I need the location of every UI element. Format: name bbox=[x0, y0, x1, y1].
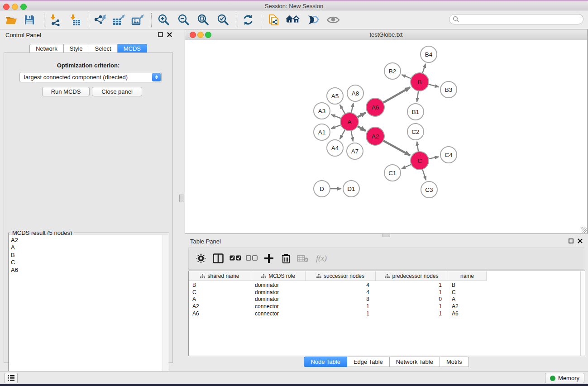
tab-motifs[interactable]: Motifs bbox=[440, 357, 469, 367]
node-A[interactable]: A bbox=[340, 113, 359, 131]
table-row[interactable]: Adominator80A bbox=[189, 295, 487, 303]
toolbar-separator bbox=[89, 13, 89, 27]
node-C[interactable]: C bbox=[411, 152, 429, 170]
node-B1[interactable]: B1 bbox=[407, 104, 424, 120]
node-label: C2 bbox=[411, 129, 419, 135]
node-C3[interactable]: C3 bbox=[421, 181, 437, 198]
table-cell: A bbox=[448, 295, 487, 303]
node-A4[interactable]: A4 bbox=[327, 140, 343, 156]
float-table-panel-icon[interactable] bbox=[569, 238, 574, 243]
column-header-shared-name[interactable]: shared name bbox=[189, 271, 251, 281]
node-A8[interactable]: A8 bbox=[347, 85, 363, 101]
float-panel-icon[interactable] bbox=[158, 32, 163, 37]
search-icon bbox=[453, 16, 459, 22]
column-type-icon bbox=[261, 274, 266, 278]
node-label: A6 bbox=[372, 104, 379, 111]
tab-network-table[interactable]: Network Table bbox=[390, 357, 440, 367]
node-B3[interactable]: B3 bbox=[440, 81, 457, 98]
node-B[interactable]: B bbox=[411, 73, 429, 91]
search-input[interactable] bbox=[449, 14, 583, 24]
tab-edge-table[interactable]: Edge Table bbox=[347, 357, 390, 367]
export-table-icon[interactable] bbox=[112, 14, 125, 26]
tab-node-table[interactable]: Node Table bbox=[304, 357, 347, 367]
add-column-icon[interactable] bbox=[262, 252, 276, 265]
vertical-split-handle[interactable] bbox=[179, 195, 184, 202]
column-header-successor-nodes[interactable]: successor nodes bbox=[306, 271, 376, 281]
table-cell: A6 bbox=[189, 310, 251, 317]
column-header-MCDS-role[interactable]: MCDS role bbox=[251, 271, 306, 281]
node-label: A3 bbox=[318, 108, 326, 114]
node-B2[interactable]: B2 bbox=[384, 63, 401, 79]
node-label: B4 bbox=[425, 51, 433, 58]
node-label: B3 bbox=[445, 86, 453, 93]
result-list-item[interactable]: B bbox=[11, 252, 168, 259]
criterion-dropdown[interactable]: largest connected component (directed) bbox=[19, 72, 162, 82]
table-cell: B bbox=[448, 281, 487, 289]
zoom-out-icon[interactable] bbox=[177, 14, 190, 26]
export-image-icon[interactable] bbox=[131, 14, 144, 26]
zoom-selected-icon[interactable] bbox=[216, 14, 229, 26]
table-row[interactable]: Cdominator41C bbox=[189, 289, 487, 296]
zoom-fit-icon[interactable] bbox=[196, 14, 210, 26]
column-type-icon bbox=[385, 274, 390, 278]
close-panel-icon[interactable] bbox=[167, 32, 172, 37]
node-label: B1 bbox=[412, 109, 420, 115]
node-A2[interactable]: A2 bbox=[366, 127, 384, 145]
clone-network-icon[interactable] bbox=[267, 14, 281, 26]
node-label: B2 bbox=[389, 68, 397, 75]
node-C1[interactable]: C1 bbox=[384, 165, 401, 181]
run-mcds-button[interactable]: Run MCDS bbox=[42, 87, 90, 96]
import-network-icon[interactable] bbox=[48, 14, 62, 26]
select-all-icon[interactable] bbox=[229, 252, 242, 265]
delete-column-icon[interactable] bbox=[279, 252, 293, 265]
table-row[interactable]: Bdominator41B bbox=[189, 281, 487, 289]
mcds-result-list[interactable]: A2ABCA6 bbox=[9, 235, 168, 386]
export-network-icon[interactable] bbox=[93, 14, 106, 26]
table-panel: Table Panel bbox=[185, 235, 588, 371]
result-list-item[interactable]: C bbox=[11, 259, 168, 266]
node-A1[interactable]: A1 bbox=[314, 124, 330, 140]
column-header-name[interactable]: name bbox=[448, 271, 487, 281]
toolbar-separator bbox=[44, 13, 44, 27]
result-list-item[interactable]: A bbox=[11, 244, 168, 251]
hide-details-icon[interactable] bbox=[306, 14, 320, 26]
refresh-icon[interactable] bbox=[241, 14, 255, 26]
node-A6[interactable]: A6 bbox=[366, 98, 384, 116]
task-history-button[interactable] bbox=[5, 373, 18, 383]
node-A3[interactable]: A3 bbox=[314, 103, 330, 119]
result-list-scrollbar[interactable] bbox=[163, 235, 168, 386]
node-C2[interactable]: C2 bbox=[407, 124, 424, 140]
zoom-in-icon[interactable] bbox=[157, 14, 170, 26]
node-label: C bbox=[417, 157, 422, 164]
table-cell: dominator bbox=[251, 289, 306, 296]
node-D1[interactable]: D1 bbox=[343, 181, 359, 197]
node-A7[interactable]: A7 bbox=[347, 143, 363, 159]
settings-gear-icon[interactable] bbox=[194, 252, 208, 265]
close-table-panel-icon[interactable] bbox=[578, 238, 583, 243]
node-table[interactable]: shared nameMCDS rolesuccessor nodesprede… bbox=[188, 271, 585, 356]
network-graph[interactable]: B4B2BB3A5A8A6A3B1AA1C2A2A4A7C4CC1DD1C3 bbox=[185, 40, 587, 234]
show-details-icon[interactable] bbox=[326, 14, 340, 26]
criterion-selected-value: largest connected component (directed) bbox=[24, 74, 128, 81]
close-panel-button[interactable]: Close panel bbox=[92, 87, 142, 96]
home-icon[interactable] bbox=[286, 14, 300, 26]
result-list-item[interactable]: A6 bbox=[11, 267, 168, 274]
window-resize-grip[interactable] bbox=[581, 227, 587, 233]
column-header-predecessor-nodes[interactable]: predecessor nodes bbox=[376, 271, 448, 281]
save-session-icon[interactable] bbox=[23, 14, 36, 26]
column-selector-icon[interactable] bbox=[211, 252, 225, 265]
node-A5[interactable]: A5 bbox=[327, 88, 343, 104]
function-builder-icon: f(x) bbox=[312, 252, 331, 265]
table-scrollbar[interactable] bbox=[580, 271, 585, 356]
result-list-item[interactable]: A2 bbox=[11, 237, 168, 244]
import-table-icon[interactable] bbox=[68, 14, 82, 26]
node-D[interactable]: D bbox=[314, 181, 330, 197]
node-C4[interactable]: C4 bbox=[440, 147, 457, 163]
table-row[interactable]: A2connector11A2 bbox=[189, 303, 487, 310]
table-row[interactable]: A6connector11A6 bbox=[189, 310, 487, 317]
unselect-all-icon[interactable] bbox=[245, 252, 258, 265]
node-B4[interactable]: B4 bbox=[421, 46, 437, 62]
open-file-icon[interactable] bbox=[5, 14, 18, 26]
memory-button[interactable]: Memory bbox=[545, 373, 584, 383]
network-canvas[interactable]: B4B2BB3A5A8A6A3B1AA1C2A2A4A7C4CC1DD1C3 bbox=[185, 40, 587, 234]
